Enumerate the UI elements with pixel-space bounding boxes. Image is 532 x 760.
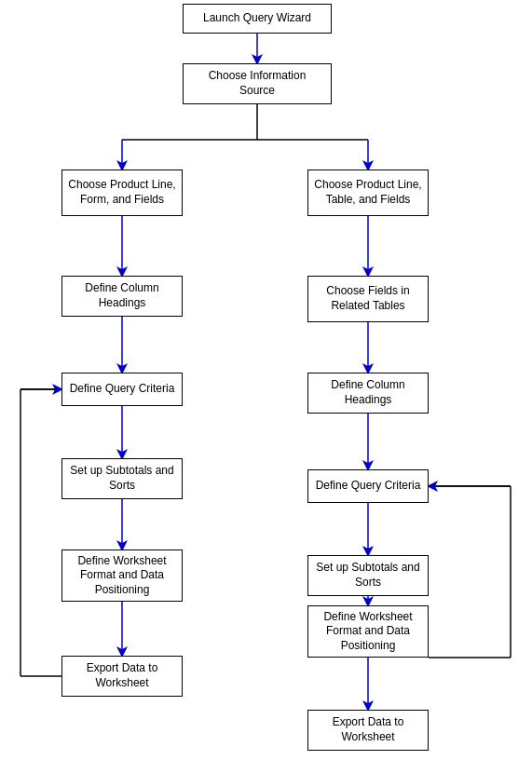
right-related-fields-box: Choose Fields in Related Tables	[307, 276, 429, 322]
right-column-headings-box: Define Column Headings	[307, 373, 429, 414]
right-export-box: Export Data to Worksheet	[307, 710, 429, 751]
launch-box: Launch Query Wizard	[183, 4, 332, 34]
left-subtotals-box: Set up Subtotals and Sorts	[61, 458, 183, 499]
left-column-headings-box: Define Column Headings	[61, 276, 183, 317]
flowchart-diagram: Launch Query Wizard Choose Information S…	[0, 0, 532, 760]
choose-source-box: Choose Information Source	[183, 63, 332, 104]
right-product-box: Choose Product Line, Table, and Fields	[307, 170, 429, 216]
left-query-criteria-box: Define Query Criteria	[61, 373, 183, 406]
right-query-criteria-box: Define Query Criteria	[307, 469, 429, 503]
right-worksheet-box: Define Worksheet Format and Data Positio…	[307, 605, 429, 658]
left-export-box: Export Data to Worksheet	[61, 656, 183, 697]
left-worksheet-box: Define Worksheet Format and Data Positio…	[61, 550, 183, 602]
right-subtotals-box: Set up Subtotals and Sorts	[307, 555, 429, 596]
left-product-box: Choose Product Line, Form, and Fields	[61, 170, 183, 216]
